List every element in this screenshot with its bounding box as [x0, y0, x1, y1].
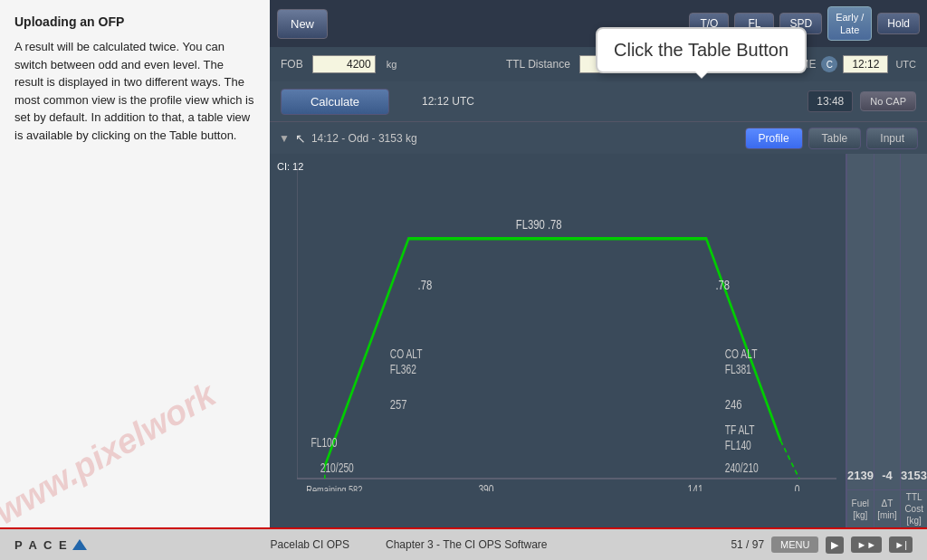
svg-text:0: 0: [795, 482, 800, 491]
left-panel-body: A result will be calculated twice. You c…: [14, 38, 255, 144]
ttl-distance-label: TTL Distance: [506, 58, 570, 71]
early-late-button[interactable]: Early / Late: [827, 6, 872, 42]
calc-time: 12:12 UTC: [422, 95, 474, 108]
svg-text:141: 141: [688, 482, 703, 491]
calc-row: Calculate 12:12 UTC Click the Table Butt…: [270, 81, 927, 121]
delta-t-header: ΔT [min]: [874, 490, 901, 527]
ci-label: CI: 12: [277, 161, 303, 172]
svg-text:FL140: FL140: [725, 438, 751, 452]
time-display: 13:48: [808, 90, 853, 112]
svg-text:210/250: 210/250: [320, 461, 354, 476]
app-name: Pacelab CI OPS: [271, 538, 349, 551]
ttl-cost-header: TTL Cost [kg]: [900, 490, 927, 527]
bottom-bar: P A C E Pacelab CI OPS Chapter 3 - The C…: [0, 527, 927, 560]
svg-text:257: 257: [390, 397, 407, 413]
fob-input[interactable]: [312, 55, 376, 73]
no-cap-button[interactable]: No CAP: [860, 91, 916, 111]
pace-logo: P A C E: [14, 538, 87, 552]
hold-button[interactable]: Hold: [877, 13, 920, 34]
ttl-cost-value: 3153: [900, 154, 927, 489]
clock-icon[interactable]: C: [821, 56, 837, 72]
skip-forward-button[interactable]: ►►: [851, 536, 882, 553]
chapter-text: Chapter 3 - The CI OPS Software: [386, 538, 548, 551]
svg-text:246: 246: [725, 397, 742, 413]
calculate-button[interactable]: Calculate: [281, 89, 389, 115]
dropdown-icon[interactable]: ▼: [279, 132, 290, 145]
chart-main: CI: 12 FL390 .78 .78 .78: [270, 154, 846, 527]
svg-text:.78: .78: [715, 277, 730, 292]
skip-end-button[interactable]: ►|: [889, 536, 913, 553]
right-panel: New T/O FL SPD Early / Late Hold FOB kg …: [270, 0, 927, 527]
right-col-headers: Fuel [kg] ΔT [min] TTL Cost [kg]: [846, 489, 927, 527]
result-info: ▼ ↖ 14:12 - Odd - 3153 kg: [279, 131, 417, 146]
pace-text: P A C E: [14, 538, 69, 552]
svg-line-3: [780, 441, 799, 479]
new-button[interactable]: New: [277, 9, 328, 39]
play-button[interactable]: ▶: [826, 536, 844, 554]
svg-text:FL100: FL100: [311, 436, 337, 451]
svg-text:Remaining  582: Remaining 582: [306, 483, 362, 491]
right-times: 13:48 No CAP: [808, 90, 916, 112]
svg-text:FL381: FL381: [725, 363, 751, 377]
to-time-unit: UTC: [895, 59, 916, 70]
svg-text:FL362: FL362: [390, 363, 416, 377]
watermark: www.pixelwork: [0, 375, 223, 527]
left-panel: Uploading an OFP A result will be calcul…: [0, 0, 270, 527]
pace-triangle-icon: [72, 539, 87, 550]
chart-area: CI: 12 FL390 .78 .78 .78: [270, 154, 927, 527]
result-row: ▼ ↖ 14:12 - Odd - 3153 kg Profile Table …: [270, 121, 927, 154]
cursor-icon: ↖: [295, 131, 306, 146]
tooltip-bubble: Click the Table Button: [596, 27, 807, 73]
svg-text:390: 390: [478, 482, 493, 491]
right-data-panel: 2139 -4 3153 Fuel [kg] ΔT [min] TTL Cost…: [846, 154, 927, 527]
fuel-header: Fuel [kg]: [846, 490, 874, 527]
right-col-values: 2139 -4 3153: [846, 154, 927, 489]
bottom-right: 51 / 97 MENU ▶ ►► ►|: [731, 536, 913, 554]
to-time-input[interactable]: [843, 55, 888, 73]
svg-text:TF ALT: TF ALT: [725, 423, 755, 438]
svg-text:FL390  .78: FL390 .78: [516, 216, 562, 232]
svg-text:CO ALT: CO ALT: [725, 347, 758, 362]
page-number: 51 / 97: [731, 538, 764, 551]
bottom-center: Pacelab CI OPS Chapter 3 - The CI OPS So…: [101, 538, 717, 551]
fob-label: FOB: [281, 58, 303, 71]
fuel-value: 2139: [846, 154, 874, 489]
result-text: 14:12 - Odd - 3153 kg: [311, 132, 417, 145]
svg-text:CO ALT: CO ALT: [390, 347, 423, 362]
profile-button[interactable]: Profile: [745, 128, 803, 149]
input-button[interactable]: Input: [866, 128, 918, 149]
left-panel-title: Uploading an OFP: [14, 14, 255, 29]
tooltip-text: Click the Table Button: [614, 40, 788, 60]
fob-unit: kg: [387, 59, 397, 70]
svg-text:.78: .78: [418, 277, 433, 292]
view-buttons: Profile Table Input: [745, 128, 918, 149]
menu-button[interactable]: MENU: [771, 536, 818, 553]
table-button[interactable]: Table: [808, 128, 862, 149]
delta-t-value: -4: [874, 154, 900, 489]
profile-chart: FL390 .78 .78 .78 CO ALT FL362 257 CO AL…: [297, 163, 836, 491]
svg-text:240/210: 240/210: [725, 461, 759, 476]
